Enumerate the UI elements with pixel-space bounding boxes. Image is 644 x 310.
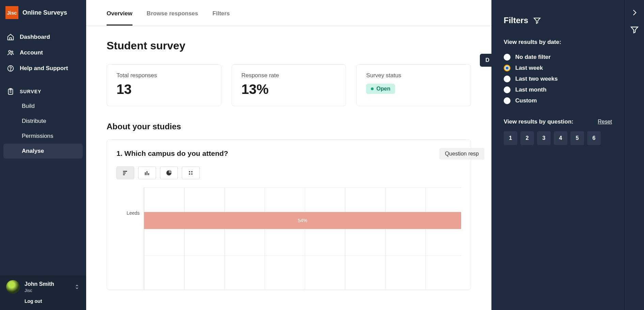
svg-rect-7 [123, 173, 126, 174]
pie-icon [166, 169, 172, 176]
radio-icon [504, 76, 511, 82]
chart: Leeds 54% [116, 187, 461, 290]
reset-link[interactable]: Reset [598, 119, 612, 125]
user-org: Jisc [25, 288, 69, 293]
question-filter-4[interactable]: 4 [554, 131, 567, 145]
brand-name: Online Surveys [22, 9, 67, 16]
filters-title: Filters [504, 16, 528, 25]
chart-type-pie-button[interactable] [160, 166, 178, 179]
radio-label: Last two weeks [515, 76, 558, 82]
svg-point-13 [191, 171, 192, 173]
chart-type-grid-button[interactable] [182, 166, 200, 179]
section-title: About your studies [107, 122, 471, 131]
sidebar-section-survey: SURVEY [0, 78, 86, 99]
stat-label: Survey status [366, 72, 461, 79]
svg-point-12 [189, 171, 190, 173]
svg-rect-9 [145, 172, 146, 175]
brand-logo: Jisc [5, 6, 18, 19]
sidebar-item-dashboard[interactable]: Dashboard [0, 29, 86, 45]
radio-icon [504, 97, 511, 104]
question-filter-1[interactable]: 1 [504, 131, 517, 145]
sidebar-item-label: Help and Support [20, 65, 68, 72]
chart-bar-label: 54% [298, 218, 307, 223]
survey-title: Student survey [107, 39, 471, 52]
filters-header: Filters [504, 16, 612, 25]
question-filter-6[interactable]: 6 [587, 131, 601, 145]
collapse-panel-icon[interactable] [630, 8, 639, 17]
right-rail [624, 0, 644, 310]
user-info: John Smith Jisc [25, 281, 69, 293]
question-filter-5[interactable]: 5 [570, 131, 584, 145]
sidebar-item-account[interactable]: Account [0, 45, 86, 61]
sidebar-section-label: SURVEY [20, 89, 41, 94]
user-footer[interactable]: John Smith Jisc [0, 275, 86, 296]
chart-grid: 54% [144, 187, 461, 290]
date-option-last-two-weeks[interactable]: Last two weeks [504, 74, 612, 84]
svg-point-0 [9, 50, 11, 52]
stat-card-response-rate: Response rate 13% [232, 64, 346, 106]
question-card: 1. Which campus do you attend? Question … [107, 140, 471, 290]
radio-label: Last week [515, 65, 543, 71]
radio-label: Custom [515, 97, 537, 104]
stat-card-survey-status: Survey status Open [356, 64, 471, 106]
chart-type-row [116, 166, 461, 179]
left-sidebar: Jisc Online Surveys Dashboard Account He… [0, 0, 86, 310]
question-responses-tag: Question resp [439, 148, 484, 160]
sidebar-item-distribute[interactable]: Distribute [0, 114, 86, 129]
radio-icon [504, 54, 511, 61]
date-option-custom[interactable]: Custom [504, 95, 612, 106]
help-icon [7, 65, 14, 72]
question-text: 1. Which campus do you attend? [116, 149, 228, 158]
swap-icon[interactable] [74, 284, 80, 290]
tab-browse-responses[interactable]: Browse responses [147, 10, 198, 26]
sidebar-item-build[interactable]: Build [0, 99, 86, 114]
date-option-no-filter[interactable]: No date filter [504, 52, 612, 63]
question-filter-2[interactable]: 2 [520, 131, 534, 145]
svg-point-14 [189, 173, 190, 175]
radio-icon [504, 86, 511, 93]
question-filter-3[interactable]: 3 [537, 131, 551, 145]
avatar [6, 280, 20, 294]
sidebar-item-label: Dashboard [20, 34, 50, 40]
home-icon [7, 33, 14, 41]
svg-rect-10 [146, 171, 147, 175]
filters-question-heading: View results by question: [504, 118, 574, 125]
date-option-last-week[interactable]: Last week [504, 63, 612, 74]
filters-panel: Filters View results by date: No date fi… [491, 0, 624, 310]
user-name: John Smith [25, 281, 69, 287]
date-option-last-month[interactable]: Last month [504, 84, 612, 95]
tab-filters[interactable]: Filters [213, 10, 230, 26]
filters-date-heading: View results by date: [504, 39, 612, 46]
stat-label: Response rate [241, 72, 336, 79]
vbar-icon [144, 169, 151, 176]
status-dot-icon [371, 87, 374, 90]
filter-icon[interactable] [630, 25, 639, 34]
svg-point-1 [11, 51, 13, 52]
radio-label: No date filter [515, 54, 551, 61]
question-filter-grid: 1 2 3 4 5 6 [504, 131, 612, 145]
download-button[interactable]: D [480, 54, 491, 67]
svg-point-15 [191, 173, 192, 175]
brand: Jisc Online Surveys [0, 0, 86, 28]
sidebar-item-analyse[interactable]: Analyse [3, 144, 83, 159]
stat-value: 13% [241, 82, 336, 97]
clipboard-icon [7, 88, 14, 95]
logout-link[interactable]: Log out [0, 296, 86, 310]
sidebar-item-permissions[interactable]: Permissions [0, 129, 86, 144]
radio-label: Last month [515, 86, 547, 93]
grid-icon [187, 169, 194, 176]
chart-type-horizontal-bar-button[interactable] [116, 166, 134, 179]
svg-rect-11 [148, 173, 149, 175]
tab-overview[interactable]: Overview [107, 10, 132, 26]
chart-type-vertical-bar-button[interactable] [138, 166, 156, 179]
chart-bar: 54% [144, 212, 461, 229]
radio-icon [504, 65, 511, 71]
main: Overview Browse responses Filters Studen… [86, 0, 491, 310]
filter-icon [533, 16, 541, 25]
hbar-icon [122, 169, 129, 176]
sidebar-item-label: Account [20, 49, 43, 56]
svg-point-3 [10, 70, 11, 70]
stat-value: 13 [116, 82, 211, 97]
sidebar-item-help[interactable]: Help and Support [0, 61, 86, 76]
stats-row: Total responses 13 Response rate 13% Sur… [107, 64, 471, 106]
